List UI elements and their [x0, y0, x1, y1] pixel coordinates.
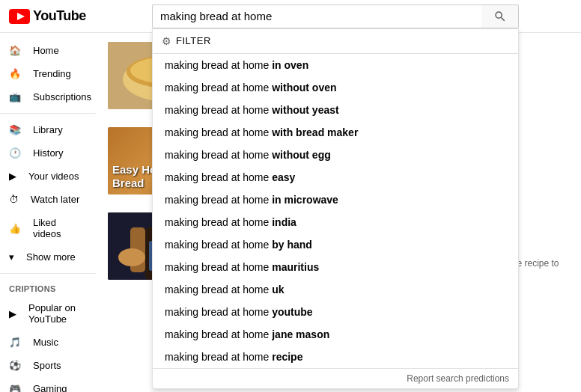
report-predictions[interactable]: Report search predictions: [153, 368, 518, 388]
sidebar-item-watch-later[interactable]: ⏱ Watch later: [0, 188, 96, 211]
home-icon: 🏠: [9, 45, 21, 56]
suggestion-8[interactable]: making bread at home india: [153, 211, 518, 233]
sidebar-item-show-more[interactable]: ▾ Show more: [0, 245, 96, 269]
sidebar-item-your-videos[interactable]: ▶ Your videos: [0, 165, 96, 188]
suggestion-10[interactable]: making bread at home mauritius: [153, 256, 518, 278]
suggestion-7[interactable]: making bread at home in microwave: [153, 189, 518, 211]
filter-label: FILTER: [176, 35, 211, 46]
sidebar-label-popular: Popular on YouTube: [28, 302, 87, 325]
youtube-logo-icon: [9, 9, 30, 24]
suggestion-14[interactable]: making bread at home recipe: [153, 346, 518, 368]
search-icon: [493, 10, 507, 23]
liked-videos-icon: 👍: [9, 223, 21, 234]
popular-icon: ▶: [9, 308, 16, 319]
search-area: ⚙ FILTER making bread at home in oven ma…: [99, 4, 572, 28]
sidebar-divider-2: [0, 273, 96, 274]
youtube-logo-text: YouTube: [33, 8, 86, 24]
search-input[interactable]: [152, 4, 481, 28]
sidebar-label-show-more: Show more: [26, 251, 76, 263]
sidebar-label-gaming: Gaming: [33, 383, 67, 392]
history-icon: 🕐: [9, 147, 21, 159]
sidebar-label-home: Home: [33, 45, 59, 56]
suggestion-12[interactable]: making bread at home youtube: [153, 301, 518, 323]
sidebar-label-liked-videos: Liked videos: [33, 217, 87, 239]
show-more-icon: ▾: [9, 251, 14, 263]
sidebar-label-music: Music: [33, 337, 58, 348]
suggestion-13[interactable]: making bread at home jane mason: [153, 323, 518, 346]
subscriptions-section-title: CRIPTIONS: [0, 278, 96, 296]
sidebar-item-library[interactable]: 📚 Library: [0, 118, 96, 141]
filter-icon: ⚙: [162, 35, 171, 47]
sidebar-label-history: History: [33, 147, 63, 159]
svg-point-11: [118, 248, 145, 266]
sports-icon: ⚽: [9, 360, 21, 371]
search-dropdown: ⚙ FILTER making bread at home in oven ma…: [152, 28, 519, 389]
sidebar-label-trending: Trending: [33, 68, 71, 79]
header: YouTube ⚙ FILTER making bread at home in…: [0, 0, 581, 33]
suggestion-9[interactable]: making bread at home by hand: [153, 233, 518, 256]
music-icon: 🎵: [9, 337, 21, 348]
sidebar-label-watch-later: Watch later: [31, 194, 79, 205]
subscriptions-icon: 📺: [9, 91, 21, 102]
logo-area[interactable]: YouTube: [9, 8, 99, 24]
trending-icon: 🔥: [9, 68, 21, 79]
sidebar-label-your-videos: Your videos: [28, 171, 79, 182]
sidebar-label-subscriptions: Subscriptions: [33, 91, 91, 102]
search-button[interactable]: [481, 4, 519, 28]
gaming-icon: 🎮: [9, 383, 21, 392]
sidebar-label-sports: Sports: [33, 360, 61, 371]
sidebar-item-music[interactable]: 🎵 Music: [0, 331, 96, 354]
watch-later-icon: ⏱: [9, 194, 19, 205]
sidebar-label-library: Library: [33, 124, 63, 135]
suggestion-6[interactable]: making bread at home easy: [153, 166, 518, 189]
library-icon: 📚: [9, 124, 21, 135]
sidebar-item-home[interactable]: 🏠 Home: [0, 39, 96, 62]
sidebar-item-history[interactable]: 🕐 History: [0, 141, 96, 165]
suggestion-5[interactable]: making bread at home without egg: [153, 144, 518, 166]
sidebar-item-trending[interactable]: 🔥 Trending: [0, 62, 96, 85]
filter-button[interactable]: ⚙ FILTER: [153, 29, 518, 54]
suggestion-11[interactable]: making bread at home uk: [153, 278, 518, 301]
search-container: ⚙ FILTER making bread at home in oven ma…: [152, 4, 519, 28]
sidebar-item-liked-videos[interactable]: 👍 Liked videos: [0, 211, 96, 245]
suggestion-4[interactable]: making bread at home with bread maker: [153, 121, 518, 144]
sidebar-item-sports[interactable]: ⚽ Sports: [0, 354, 96, 377]
sidebar: 🏠 Home 🔥 Trending 📺 Subscriptions 📚 Libr…: [0, 33, 96, 392]
your-videos-icon: ▶: [9, 171, 16, 182]
sidebar-divider-1: [0, 113, 96, 114]
suggestion-2[interactable]: making bread at home without oven: [153, 76, 518, 99]
sidebar-item-subscriptions[interactable]: 📺 Subscriptions: [0, 85, 96, 108]
suggestion-1[interactable]: making bread at home in oven: [153, 54, 518, 76]
sidebar-item-popular[interactable]: ▶ Popular on YouTube: [0, 296, 96, 331]
sidebar-item-gaming[interactable]: 🎮 Gaming: [0, 377, 96, 392]
suggestion-3[interactable]: making bread at home without yeast: [153, 99, 518, 121]
